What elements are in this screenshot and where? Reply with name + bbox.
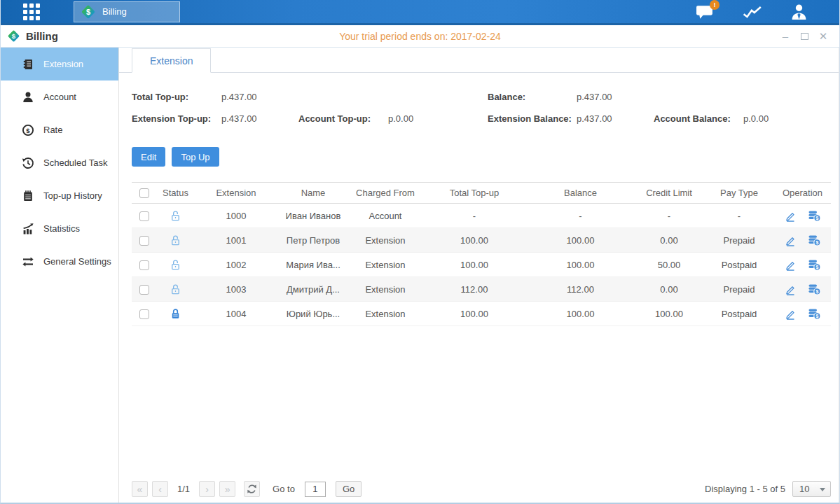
goto-page-input[interactable] [305, 482, 326, 497]
displaying-info: Displaying 1 - 5 of 5 [705, 484, 785, 494]
close-icon[interactable]: ✕ [818, 31, 828, 41]
sidebar: Extension Account $ Rate [1, 48, 118, 503]
trial-notice: Your trial period ends on: 2017-02-24 [339, 31, 501, 42]
col-total-topup: Total Top-up [422, 188, 527, 198]
tab-extension[interactable]: Extension [132, 48, 211, 73]
taskbar-billing-button[interactable]: $ Billing [74, 1, 180, 22]
sidebar-label: Account [43, 92, 76, 102]
cell-credit-limit: - [634, 211, 704, 221]
sidebar-item-account[interactable]: Account [1, 80, 118, 113]
edit-icon[interactable] [784, 209, 797, 222]
col-charged-from: Charged From [349, 188, 422, 198]
cell-name: Петр Петров [277, 235, 349, 246]
cell-pay-type: Postpaid [704, 309, 774, 319]
svg-text:$: $ [815, 289, 818, 295]
transfer-arrows-icon [22, 255, 34, 268]
sidebar-item-topup-history[interactable]: Top-up History [1, 179, 118, 212]
refresh-button[interactable] [244, 481, 260, 497]
maximize-icon[interactable] [799, 31, 809, 41]
billing-diamond-icon: $ [81, 4, 96, 20]
user-account-icon[interactable] [790, 4, 808, 20]
row-checkbox[interactable] [139, 236, 149, 246]
select-all-checkbox[interactable] [139, 188, 149, 198]
edit-icon[interactable] [784, 258, 797, 271]
topup-coins-icon[interactable]: $ [808, 258, 821, 271]
col-balance: Balance [527, 188, 634, 198]
maximize-glyph [801, 33, 808, 40]
total-topup-label: Total Top-up: [132, 92, 221, 102]
account-topup-label: Account Top-up: [298, 113, 388, 124]
cell-charged-from: Extension [349, 284, 422, 295]
next-page-button[interactable]: › [199, 481, 215, 497]
cell-credit-limit: 50.00 [634, 260, 704, 270]
reports-chart-icon[interactable] [743, 4, 762, 20]
cell-name: Дмитрий Д... [277, 284, 349, 295]
topup-coins-icon[interactable]: $ [808, 283, 821, 295]
sidebar-item-scheduled-task[interactable]: Scheduled Task [1, 146, 118, 179]
prev-page-button[interactable]: ‹ [152, 481, 168, 497]
sidebar-item-general-settings[interactable]: General Settings [1, 245, 118, 278]
pagination-bar: « ‹ 1/1 › » Go to Go [132, 481, 831, 497]
table-header: Status Extension Name Charged From Total… [132, 182, 831, 204]
cell-name: Мария Ива... [277, 260, 349, 270]
row-checkbox[interactable] [139, 285, 149, 295]
go-button[interactable]: Go [336, 481, 362, 497]
svg-text:$: $ [815, 265, 818, 270]
cell-extension: 1001 [195, 235, 277, 246]
extension-balance-value: p.437.00 [577, 113, 654, 124]
page-indicator: 1/1 [172, 484, 195, 494]
toolbar: Edit Top Up [132, 147, 831, 167]
minimize-icon[interactable]: – [780, 31, 790, 41]
window-title: Billing [26, 30, 58, 42]
svg-text:$: $ [815, 314, 818, 319]
status-lock-icon [170, 308, 181, 320]
table-row: 1001Петр ПетровExtension100.00100.000.00… [132, 228, 831, 253]
row-checkbox[interactable] [139, 309, 149, 319]
topup-coins-icon[interactable]: $ [808, 209, 821, 222]
sidebar-label: Statistics [43, 223, 80, 234]
cell-charged-from: Extension [349, 235, 422, 246]
extension-table: Status Extension Name Charged From Total… [132, 182, 831, 326]
billing-diamond-icon: $ [7, 29, 20, 43]
cell-pay-type: Prepaid [704, 284, 774, 295]
sidebar-item-rate[interactable]: $ Rate [1, 113, 118, 146]
row-checkbox[interactable] [139, 260, 149, 270]
table-row: 1002Мария Ива...Extension100.00100.0050.… [132, 253, 831, 277]
first-page-button[interactable]: « [132, 481, 148, 497]
cell-charged-from: Extension [349, 260, 422, 270]
taskbar: $ Billing ! [1, 0, 839, 25]
person-icon [22, 91, 34, 104]
apps-grid-icon[interactable] [22, 2, 41, 22]
notifications-chat-icon[interactable]: ! [696, 4, 715, 20]
table-row: 1003Дмитрий Д...Extension112.00112.000.0… [132, 277, 831, 302]
topup-coins-icon[interactable]: $ [808, 234, 821, 246]
edit-icon[interactable] [784, 307, 797, 320]
goto-label: Go to [273, 484, 295, 494]
page-size-select[interactable]: 10 [792, 481, 831, 497]
svg-text:$: $ [12, 32, 16, 40]
table-body: 1000Иван ИвановAccount----$1001Петр Петр… [132, 204, 831, 326]
last-page-button[interactable]: » [219, 481, 235, 497]
extension-topup-label: Extension Top-up: [132, 113, 221, 124]
col-credit-limit: Credit Limit [634, 188, 704, 198]
row-checkbox[interactable] [139, 211, 149, 221]
sidebar-item-extension[interactable]: Extension [1, 48, 118, 80]
ledger-icon [22, 58, 34, 71]
topup-coins-icon[interactable]: $ [808, 307, 821, 320]
edit-icon[interactable] [784, 234, 797, 246]
balance-value: p.437.00 [577, 92, 612, 102]
svg-text:$: $ [815, 240, 818, 246]
sidebar-item-statistics[interactable]: Statistics [1, 212, 118, 245]
cell-pay-type: Prepaid [704, 235, 774, 246]
edit-icon[interactable] [784, 283, 797, 295]
sidebar-label: Rate [43, 125, 62, 135]
status-lock-icon [170, 284, 181, 295]
edit-button[interactable]: Edit [132, 147, 165, 167]
main-panel: Extension Total Top-up: p.437.00 Extensi… [118, 48, 839, 503]
sidebar-label: Extension [43, 59, 83, 69]
col-status: Status [156, 188, 195, 198]
cell-total-topup: 100.00 [422, 260, 527, 270]
content-area: Total Top-up: p.437.00 Extension Top-up:… [119, 73, 839, 503]
top-up-button[interactable]: Top Up [172, 147, 219, 167]
svg-text:$: $ [815, 216, 818, 221]
